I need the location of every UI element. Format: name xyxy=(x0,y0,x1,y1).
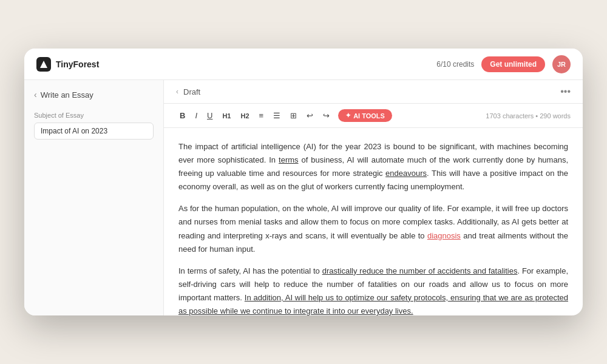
numbered-list-button[interactable]: ☰ xyxy=(270,109,284,123)
subject-label: Subject of Essay xyxy=(34,112,154,119)
h1-button[interactable]: H1 xyxy=(219,110,234,122)
get-unlimited-button[interactable]: Get unlimited xyxy=(481,56,545,72)
more-options-icon[interactable]: ••• xyxy=(560,86,571,97)
main-layout: ‹ Write an Essay Subject of Essay ‹ Draf… xyxy=(24,80,583,315)
sidebar: ‹ Write an Essay Subject of Essay xyxy=(24,80,164,315)
editor-content[interactable]: The impact of artificial intelligence (A… xyxy=(164,128,583,315)
char-count: 1703 characters • 290 words xyxy=(486,112,571,120)
svg-marker-0 xyxy=(40,61,47,68)
undo-button[interactable]: ↩ xyxy=(303,109,317,123)
back-label: Write an Essay xyxy=(41,90,93,99)
paragraph-3: In terms of safety, AI has the potential… xyxy=(178,265,568,315)
editor-toolbar: B I U H1 H2 ≡ ☰ ⊞ ↩ ↪ ✦ AI TOOLS 1703 ch… xyxy=(164,104,583,128)
h2-button[interactable]: H2 xyxy=(237,110,253,122)
safety-underline: drastically reduce the number of acciden… xyxy=(322,266,518,275)
diagnosis-highlight: diagnosis xyxy=(427,231,461,240)
top-bar: TinyForest 6/10 credits Get unlimited JR xyxy=(24,49,583,80)
terms-underline: terms xyxy=(279,155,299,164)
left-arrow-icon: ‹ xyxy=(176,87,178,96)
italic-button[interactable]: I xyxy=(191,109,201,123)
top-right: 6/10 credits Get unlimited JR xyxy=(436,55,571,73)
logo-area: TinyForest xyxy=(36,57,99,72)
ai-tools-button[interactable]: ✦ AI TOOLS xyxy=(338,109,392,122)
draft-label: Draft xyxy=(183,87,200,96)
paragraph-1: The impact of artificial intelligence (A… xyxy=(178,140,568,194)
avatar[interactable]: JR xyxy=(552,55,571,73)
draft-label-area: ‹ Draft xyxy=(176,87,200,96)
paragraph-2: As for the human population, on the whol… xyxy=(178,202,568,255)
app-name: TinyForest xyxy=(56,59,99,69)
redo-button[interactable]: ↪ xyxy=(319,109,333,123)
back-navigation[interactable]: ‹ Write an Essay xyxy=(34,90,154,99)
underline-button[interactable]: U xyxy=(203,109,216,123)
endeavours-underline-1: endeavours xyxy=(385,169,427,178)
subject-input[interactable] xyxy=(34,123,154,140)
image-button[interactable]: ⊞ xyxy=(287,109,300,123)
logo-icon xyxy=(36,57,51,72)
bold-button[interactable]: B xyxy=(176,109,189,123)
bullet-list-button[interactable]: ≡ xyxy=(256,109,268,123)
ai-tools-label: AI TOOLS xyxy=(353,112,385,120)
editor-header: ‹ Draft ••• xyxy=(164,80,583,104)
editor-area: ‹ Draft ••• B I U H1 H2 ≡ ☰ ⊞ ↩ ↪ ✦ AI T… xyxy=(164,80,583,315)
credits-display: 6/10 credits xyxy=(436,60,474,69)
addition-underline: In addition, AI will help us to optimize… xyxy=(178,293,568,315)
back-arrow-icon: ‹ xyxy=(34,90,37,99)
ai-tools-icon: ✦ xyxy=(345,112,351,120)
